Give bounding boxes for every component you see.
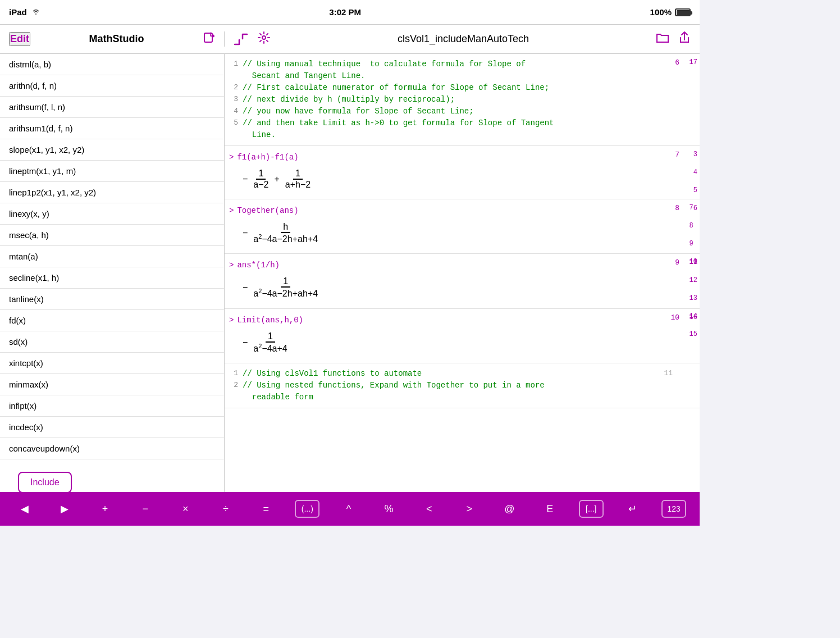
code-line-1-1: 1 // Using manual technique to calculate… <box>229 58 693 70</box>
key-right-arrow[interactable]: ▶ <box>53 498 76 519</box>
code-block-2: 7 > f1(a+h)-f1(a) − 1 a−2 + 1 <box>225 146 700 199</box>
right-nums-5: 16 <box>690 313 697 321</box>
key-greater[interactable]: > <box>458 499 481 519</box>
input-line-4: > ans*(1/h) <box>229 258 693 272</box>
key-less[interactable]: < <box>418 499 440 519</box>
toolbar-right: clsVol1_includeManAutoTech <box>225 31 700 47</box>
wifi-icon <box>31 7 40 17</box>
code-line-6-2: 2 // Using nested functions, Expand with… <box>229 380 693 391</box>
sidebar-item-xintcpt[interactable]: xintcpt(x) <box>0 353 224 374</box>
code-line-1-5: 5 // and then take Limit as h->0 to get … <box>229 117 693 129</box>
sidebar-item-arithn[interactable]: arithn(d, f, n) <box>0 75 224 97</box>
time-display: 3:02 PM <box>329 7 361 17</box>
key-parens[interactable]: (...) <box>295 500 319 518</box>
code-block-6: 1 // Using clsVol1 functions to automate… <box>225 363 700 408</box>
sidebar-item-slope[interactable]: slope(x1, y1, x2, y2) <box>0 139 224 161</box>
code-line-6-2b: readable form <box>229 391 693 403</box>
sidebar-item-mtan[interactable]: mtan(a) <box>0 246 224 267</box>
key-at[interactable]: @ <box>499 499 521 519</box>
toolbar-left: Edit MathStudio <box>0 31 225 47</box>
fraction-4: 1 a2−4a−2h+ah+4 <box>251 276 320 299</box>
input-line-5: > Limit(ans,h,0) <box>229 313 693 327</box>
share-icon-button[interactable] <box>678 31 691 47</box>
edit-button[interactable]: Edit <box>9 32 30 46</box>
key-percent[interactable]: % <box>378 499 400 519</box>
fraction-2: 1 a+h−2 <box>283 168 313 190</box>
sidebar-item-msec[interactable]: msec(a, h) <box>0 225 224 246</box>
code-line-6-1: 1 // Using clsVol1 functions to automate… <box>229 368 693 380</box>
key-minus[interactable]: − <box>134 499 157 519</box>
compose-icon-button[interactable] <box>203 31 215 47</box>
include-button[interactable]: Include <box>18 472 72 492</box>
block-num-1: 6 <box>675 58 679 67</box>
block-num-3: 8 <box>675 204 679 212</box>
sidebar: distrnl(a, b) arithn(d, f, n) arithsum(f… <box>0 54 225 492</box>
sidebar-item-fd[interactable]: fd(x) <box>0 310 224 331</box>
sidebar-item-distrni[interactable]: distrnl(a, b) <box>0 54 224 75</box>
math-result-5: − 1 a2−4a+4 <box>229 327 693 358</box>
code-line-1-1b: Secant and Tangent Line. <box>229 70 693 82</box>
battery-percent: 100% <box>650 7 672 17</box>
sidebar-item-secline[interactable]: secline(x1, h) <box>0 267 224 289</box>
sidebar-item-inflpt[interactable]: inflpt(x) <box>0 395 224 417</box>
status-right: 100% <box>650 7 691 17</box>
key-numpad[interactable]: 123 <box>661 500 686 518</box>
sidebar-item-arithsum[interactable]: arithsum(f, l, n) <box>0 97 224 118</box>
svg-rect-0 <box>204 33 212 42</box>
resize-arrows[interactable] <box>234 33 248 45</box>
fraction-5: 1 a2−4a+4 <box>251 331 289 354</box>
code-line-1-2: 2 // First calculate numerator of formul… <box>229 82 693 94</box>
code-line-1-5b: Line. <box>229 129 693 141</box>
right-num-1: 17 <box>690 58 697 66</box>
code-block-1: 6 1 // Using manual technique to calcula… <box>225 54 700 146</box>
code-block-4: 9 > ans*(1/h) − 1 a2−4a−2h+ah+4 11121 <box>225 254 700 308</box>
code-block-5: 10 > Limit(ans,h,0) − 1 a2−4a+4 16 <box>225 309 700 363</box>
sidebar-item-linep1p2[interactable]: linep1p2(x1, y1, x2, y2) <box>0 182 224 203</box>
sidebar-item-tanline[interactable]: tanline(x) <box>0 289 224 310</box>
toolbar-action-icons <box>656 31 691 47</box>
fraction-1: 1 a−2 <box>251 168 271 190</box>
key-times[interactable]: × <box>174 499 197 519</box>
code-block-3: 8 > Together(ans) − h a2−4a−2h+ah+4 7 <box>225 199 700 254</box>
svg-point-1 <box>262 36 266 39</box>
keyboard-toolbar: ◀ ▶ + − × ÷ = (...) ^ % < > @ E [...] ↵ … <box>0 492 700 526</box>
fraction-3: h a2−4a−2h+ah+4 <box>251 222 320 244</box>
sidebar-item-lineptm[interactable]: lineptm(x1, y1, m) <box>0 161 224 182</box>
doc-title: clsVol1_includeManAutoTech <box>280 33 647 45</box>
sidebar-item-linexy[interactable]: linexy(x, y) <box>0 203 224 225</box>
key-divide[interactable]: ÷ <box>214 499 237 519</box>
code-line-1-3: 3 // next divide by h (multiply by recip… <box>229 94 693 106</box>
math-result-3: − h a2−4a−2h+ah+4 <box>229 217 693 249</box>
key-enter[interactable]: ↵ <box>621 498 643 519</box>
code-main: 6 1 // Using manual technique to calcula… <box>225 54 700 492</box>
code-line-1-4: 4 // you now have formula for Slope of S… <box>229 106 693 117</box>
key-plus[interactable]: + <box>94 499 116 519</box>
key-E[interactable]: E <box>538 499 561 519</box>
math-result-2: − 1 a−2 + 1 a+h−2 <box>229 164 693 194</box>
device-label: iPad <box>9 7 27 17</box>
sidebar-item-concaveupdown[interactable]: concaveupdown(x) <box>0 438 224 459</box>
block-num-2: 7 <box>675 151 679 159</box>
status-left: iPad <box>9 7 40 17</box>
folder-icon-button[interactable] <box>656 31 669 47</box>
settings-icon-button[interactable] <box>257 31 271 47</box>
sidebar-item-arithsum1[interactable]: arithsum1(d, f, n) <box>0 118 224 139</box>
key-equals[interactable]: = <box>255 499 277 519</box>
block-num-5: 10 <box>670 313 679 322</box>
block-num-4: 9 <box>675 258 679 267</box>
input-line-2: > f1(a+h)-f1(a) <box>229 151 693 164</box>
main-content: distrnl(a, b) arithn(d, f, n) arithsum(f… <box>0 54 700 492</box>
key-left-arrow[interactable]: ◀ <box>13 498 36 519</box>
toolbar: Edit MathStudio clsVol1_includeManAutoTe… <box>0 25 700 54</box>
code-panel: 6 1 // Using manual technique to calcula… <box>225 54 700 492</box>
battery-icon <box>675 8 691 16</box>
app-title: MathStudio <box>39 33 194 45</box>
sidebar-item-sd[interactable]: sd(x) <box>0 331 224 353</box>
status-bar: iPad 3:02 PM 100% <box>0 0 700 25</box>
input-line-3: > Together(ans) <box>229 204 693 217</box>
sidebar-item-incdec[interactable]: incdec(x) <box>0 417 224 438</box>
key-brackets[interactable]: [...] <box>579 500 604 518</box>
math-result-4: − 1 a2−4a−2h+ah+4 <box>229 272 693 303</box>
key-caret[interactable]: ^ <box>337 499 360 519</box>
sidebar-item-minmax[interactable]: minmax(x) <box>0 374 224 395</box>
